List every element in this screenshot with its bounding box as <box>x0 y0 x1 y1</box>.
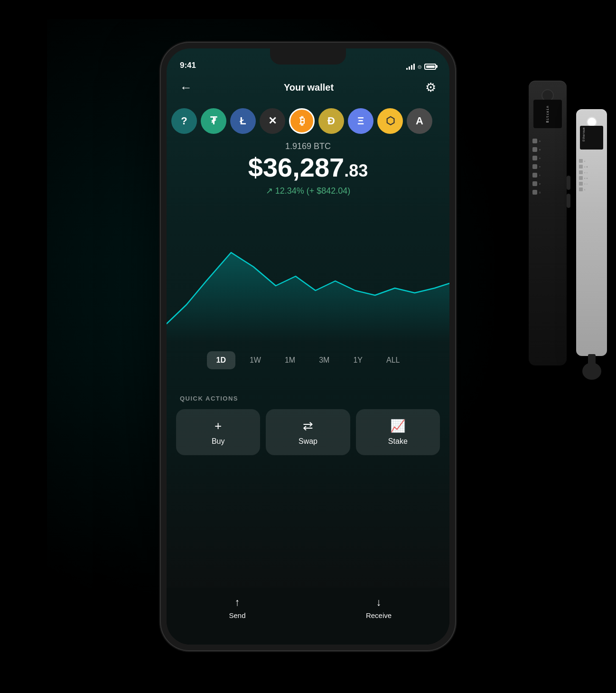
ledger-menu-row-7: □ <box>532 189 563 196</box>
ledger-menu-icon-4 <box>532 164 537 169</box>
coin-selector-row: ?₮Ł✕₿ÐΞ⬡A <box>167 104 449 138</box>
ledger-nano-x-screen-text: Bitcoin <box>546 105 550 123</box>
time-filter-3m[interactable]: 3M <box>309 351 339 369</box>
ledger-s-row-1: ∧ <box>579 159 604 163</box>
ledger-s-icon-1 <box>579 159 583 163</box>
signal-bar-3 <box>411 65 412 70</box>
chart-svg <box>167 210 449 343</box>
action-btn-stake[interactable]: 📈Stake <box>356 409 440 455</box>
ledger-menu-icon-3 <box>532 156 537 160</box>
action-btn-buy[interactable]: +Buy <box>176 409 260 455</box>
signal-bar-1 <box>406 68 408 70</box>
ledger-side-buttons <box>567 176 570 208</box>
fiat-amount: $36,287.83 <box>176 154 440 181</box>
ledger-nano-x-screen: Bitcoin <box>533 100 562 128</box>
action-btn-swap[interactable]: ⇄Swap <box>266 409 350 455</box>
time-filter-all[interactable]: ALL <box>377 351 409 369</box>
quick-actions-label: QUICK ACTIONS <box>180 395 238 402</box>
ledger-menu-icon-6 <box>532 181 537 186</box>
time-filter-1d[interactable]: 1D <box>207 351 235 369</box>
ledger-nano-x-menu: ∧ ⊙ ✕ + ↑ <box>532 138 563 196</box>
ledger-s-row-6: ∨ <box>579 187 604 191</box>
chart-fill <box>167 253 449 343</box>
time-filter-1y[interactable]: 1Y <box>344 351 372 369</box>
ledger-menu-row-5: ↑ <box>532 172 563 178</box>
coin-unknown1[interactable]: ? <box>171 108 197 134</box>
coin-usdt[interactable]: ₮ <box>201 108 226 134</box>
ledger-s-icon-2 <box>579 165 583 169</box>
bottom-nav: ↑Send↓Receive <box>167 588 449 645</box>
ledger-s-icon-5 <box>579 182 583 186</box>
swap-icon: ⇄ <box>303 419 313 433</box>
ledger-menu-row-4: + <box>532 163 563 170</box>
ledger-nano-s-screen-text: Ethereum <box>580 126 587 143</box>
phone-screen: 9:41 ⌾ <box>167 48 449 645</box>
ledger-menu-row-2: ⊙ <box>532 146 563 153</box>
receive-label: Receive <box>366 611 392 619</box>
ledger-nano-s-menu: ∧ ⊙ B ✕ ◌ ≡ ⊕ + ↑ <box>579 159 604 191</box>
stake-icon: 📈 <box>390 419 405 433</box>
ledger-s-row-3: ✕ ◌ <box>579 170 604 174</box>
ledger-nano-x: Bitcoin ∧ ⊙ ✕ + <box>529 81 567 365</box>
stake-label: Stake <box>388 437 408 446</box>
ledger-menu-row-6: ∨ <box>532 180 563 187</box>
scene: 9:41 ⌾ <box>47 19 569 674</box>
status-icons: ⌾ <box>406 63 436 70</box>
ledger-nano-s-plug <box>582 363 601 380</box>
swap-label: Swap <box>299 437 317 446</box>
ledger-s-row-4: ≡ ⊕ <box>579 176 604 180</box>
ledger-s-row-2: ⊙ B <box>579 165 604 169</box>
price-chart <box>167 210 449 343</box>
wifi-icon: ⌾ <box>418 63 421 70</box>
coin-eth[interactable]: Ξ <box>348 108 373 134</box>
coin-bnb[interactable]: ⬡ <box>377 108 403 134</box>
ledger-menu-icon-5 <box>532 173 537 178</box>
receive-icon: ↓ <box>376 596 382 609</box>
phone-device: 9:41 ⌾ <box>161 43 455 650</box>
settings-button[interactable]: ⚙ <box>425 80 436 95</box>
percent-change: ↗ 12.34% (+ $842.04) <box>176 186 440 196</box>
ledger-nano-s: Ethereum ∧ ⊙ B ✕ ◌ ≡ ⊕ <box>576 109 607 356</box>
send-label: Send <box>229 611 245 619</box>
quick-actions-row: +Buy⇄Swap📈Stake <box>176 409 440 455</box>
time-filter-row: 1D1W1M3M1YALL <box>167 351 449 369</box>
send-icon: ↑ <box>235 596 240 609</box>
header: ← Your wallet ⚙ <box>167 74 449 101</box>
back-button[interactable]: ← <box>180 80 192 95</box>
ledger-s-icon-3 <box>579 170 583 174</box>
battery-fill <box>426 66 435 68</box>
nav-send[interactable]: ↑Send <box>167 596 308 619</box>
battery-icon <box>424 64 436 70</box>
signal-icon <box>406 64 415 70</box>
ledger-side-btn-2[interactable] <box>567 194 570 208</box>
time-filter-1w[interactable]: 1W <box>240 351 271 369</box>
battery-body <box>424 64 436 70</box>
buy-label: Buy <box>212 437 225 446</box>
status-time: 9:41 <box>180 61 196 70</box>
fiat-main: $36,287 <box>248 152 344 182</box>
balance-section: 1.9169 BTC $36,287.83 ↗ 12.34% (+ $842.0… <box>167 141 449 196</box>
ledger-menu-icon-1 <box>532 139 537 143</box>
ledger-menu-row-3: ✕ <box>532 155 563 161</box>
signal-bar-4 <box>413 64 415 70</box>
coin-doge[interactable]: Ð <box>318 108 344 134</box>
ledger-s-row-5: + ↑ <box>579 182 604 186</box>
time-filter-1m[interactable]: 1M <box>275 351 305 369</box>
ledger-s-icon-6 <box>579 187 583 191</box>
ledger-s-icon-4 <box>579 176 583 180</box>
phone-notch <box>270 48 346 65</box>
nav-receive[interactable]: ↓Receive <box>308 596 449 619</box>
fiat-cents: .83 <box>344 161 368 180</box>
coin-algo[interactable]: A <box>407 108 432 134</box>
ledger-menu-icon-2 <box>532 147 537 152</box>
coin-xrp[interactable]: ✕ <box>260 108 285 134</box>
signal-bar-2 <box>409 66 410 70</box>
coin-ltc[interactable]: Ł <box>230 108 256 134</box>
ledger-nano-s-screen: Ethereum <box>580 126 603 150</box>
ledger-side-btn-1[interactable] <box>567 176 570 190</box>
ledger-menu-row-1: ∧ <box>532 138 563 144</box>
coin-btc[interactable]: ₿ <box>289 108 315 134</box>
page-title: Your wallet <box>284 82 334 93</box>
ledger-devices: Bitcoin ∧ ⊙ ✕ + <box>529 43 607 365</box>
buy-icon: + <box>215 419 222 433</box>
